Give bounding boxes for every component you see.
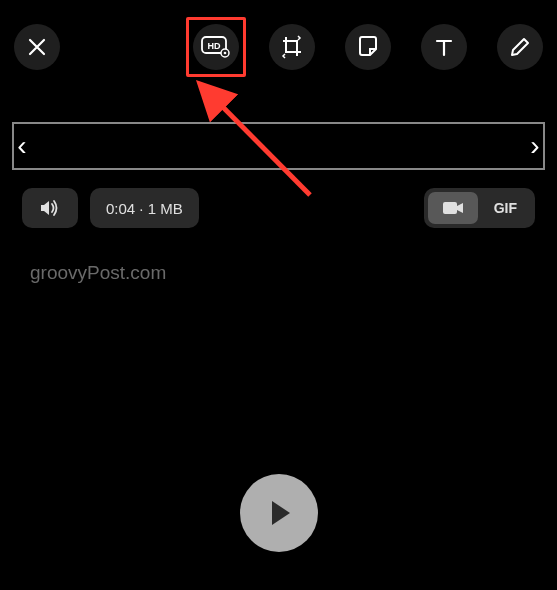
speaker-icon <box>39 198 61 218</box>
format-toggle: GIF <box>424 188 535 228</box>
crop-rotate-icon <box>279 34 305 60</box>
top-toolbar: HD <box>0 0 557 94</box>
play-icon <box>263 497 295 529</box>
hd-highlight-box: HD <box>186 17 246 77</box>
svg-point-3 <box>224 52 227 55</box>
hd-icon: HD <box>201 36 231 58</box>
play-container <box>240 474 318 552</box>
controls-row: 0:04 · 1 MB GIF <box>0 170 557 246</box>
draw-button[interactable] <box>497 24 543 70</box>
play-button[interactable] <box>240 474 318 552</box>
svg-rect-4 <box>443 202 457 214</box>
sound-toggle-button[interactable] <box>22 188 78 228</box>
text-button[interactable] <box>421 24 467 70</box>
video-info-text: 0:04 · 1 MB <box>106 200 183 217</box>
crop-rotate-button[interactable] <box>269 24 315 70</box>
video-info-badge: 0:04 · 1 MB <box>90 188 199 228</box>
video-camera-icon <box>442 201 464 215</box>
hd-quality-button[interactable]: HD <box>193 24 239 70</box>
close-icon <box>27 37 47 57</box>
svg-text:HD: HD <box>208 41 221 51</box>
gif-format-option[interactable]: GIF <box>480 192 531 224</box>
watermark-text: groovyPost.com <box>0 246 557 300</box>
trim-preview-strip[interactable] <box>30 124 527 168</box>
trim-handle-left[interactable]: ‹ <box>14 124 30 168</box>
video-trim-bar[interactable]: ‹ › <box>12 122 545 170</box>
gif-label: GIF <box>494 200 517 216</box>
sticker-icon <box>356 35 380 59</box>
text-icon <box>433 36 455 58</box>
sticker-button[interactable] <box>345 24 391 70</box>
pencil-icon <box>509 36 531 58</box>
trim-handle-right[interactable]: › <box>527 124 543 168</box>
video-format-option[interactable] <box>428 192 478 224</box>
close-button[interactable] <box>14 24 60 70</box>
